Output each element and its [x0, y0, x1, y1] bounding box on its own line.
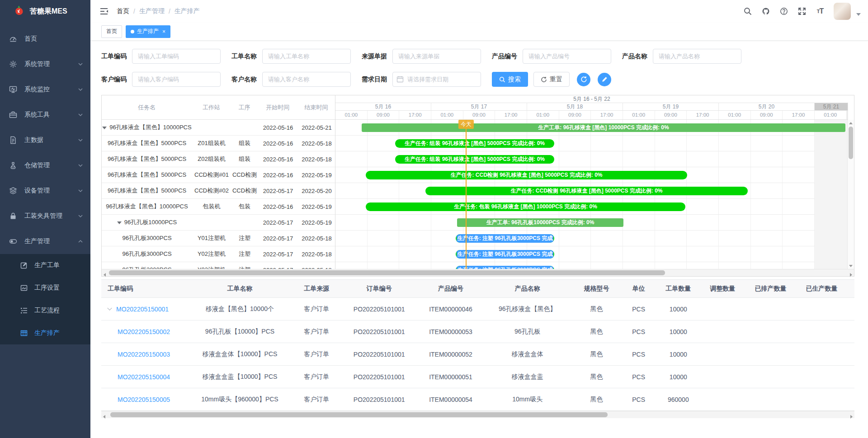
filter-field-来源单据: 来源单据 — [362, 49, 481, 64]
table-hscroll-thumb[interactable] — [110, 412, 608, 417]
table-horizontal-scrollbar[interactable] — [101, 411, 854, 418]
avatar[interactable] — [834, 3, 851, 20]
gantt-order-bar[interactable]: 生产工单: 96孔孔板10000PCS 完成比例: 0% — [457, 218, 623, 227]
sidebar-item-工装夹具管理[interactable]: 工装夹具管理 — [0, 203, 90, 229]
breadcrumb-home[interactable]: 首页 — [117, 7, 129, 15]
sidebar-item-主数据[interactable]: 主数据 — [0, 127, 90, 153]
column-header-单位: 单位 — [621, 280, 656, 298]
tab-home[interactable]: 首页 — [101, 25, 122, 38]
sidebar-item-仓储管理[interactable]: 仓储管理 — [0, 153, 90, 178]
sidebar-item-系统监控[interactable]: 系统监控 — [0, 77, 90, 102]
tab-production-schedule[interactable]: 生产排产 × — [126, 25, 170, 38]
collapse-triangle-icon[interactable] — [117, 221, 122, 224]
gantt-hscroll-thumb[interactable] — [109, 270, 665, 275]
filter-label: 需求日期 — [362, 75, 387, 84]
search-icon[interactable] — [743, 7, 752, 16]
table-cell: ITEM00000051 — [419, 366, 482, 388]
work-order-link[interactable]: MO202205150003 — [118, 351, 170, 358]
sidebar-item-首页[interactable]: 首页 — [0, 26, 90, 52]
sidebar-item-设备管理[interactable]: 设备管理 — [0, 178, 90, 203]
work-order-link[interactable]: MO202205150004 — [118, 373, 170, 381]
gantt-task-bar[interactable]: 生产任务: 组装 96孔移液盒 [黑色] 5000PCS 完成比例: 0% — [395, 139, 554, 148]
sidebar-subitem-生产工单[interactable]: 生产工单 — [0, 254, 90, 277]
work-order-code-cell: MO202205150001 — [101, 298, 186, 320]
caret-down-icon[interactable] — [856, 13, 861, 16]
column-header-已生产数量: 已生产数量 — [796, 280, 847, 298]
close-tab-icon[interactable]: × — [162, 29, 165, 34]
scroll-right-icon[interactable] — [850, 271, 852, 278]
scroll-left-icon[interactable] — [103, 413, 105, 420]
sidebar-item-系统管理[interactable]: 系统管理 — [0, 52, 90, 77]
image-icon — [20, 284, 28, 292]
gantt-task-bar[interactable]: 生产任务: CCD检测 96孔移液盒 [黑色] 5000PCS 完成比例: 0% — [366, 171, 687, 179]
table-cell: PCS — [621, 320, 656, 343]
scroll-left-icon[interactable] — [104, 271, 106, 278]
filter-label: 客户编码 — [101, 75, 127, 84]
gantt-vscroll-thumb[interactable] — [849, 127, 853, 159]
gantt-horizontal-scrollbar[interactable] — [102, 269, 854, 276]
filter-label: 客户名称 — [231, 75, 257, 84]
scroll-up-icon[interactable] — [848, 120, 854, 126]
filter-label: 来源单据 — [362, 52, 387, 61]
collapse-triangle-icon[interactable] — [102, 127, 107, 129]
table-cell: 黑色 — [572, 388, 621, 411]
task-name-cell: 96孔移液盒【黑色】10000PCS — [102, 203, 192, 211]
table-cell: C00003 — [847, 298, 854, 320]
timeline-hour: 01:00 — [335, 111, 368, 119]
fullscreen-icon[interactable] — [797, 7, 807, 16]
gear-icon — [9, 60, 17, 68]
filter-input-工单编码[interactable] — [132, 49, 221, 64]
scroll-down-icon[interactable] — [848, 263, 854, 269]
work-order-link[interactable]: MO202205150001 — [116, 306, 169, 313]
task-name-cell: 96孔孔板10000PCS — [102, 218, 192, 226]
row-expand-icon[interactable] — [107, 306, 112, 310]
gantt-order-bar[interactable]: 生产工单: 96孔移液盒 [黑色] 10000PCS 完成比例: 0% — [362, 123, 845, 132]
gantt-task-bar[interactable]: 生产任务: 组装 96孔移液盒 [黑色] 5000PCS 完成比例: 0% — [395, 155, 554, 164]
demand-date-input[interactable] — [392, 72, 481, 87]
gantt-vertical-scrollbar[interactable] — [847, 120, 854, 269]
gantt-task-bar[interactable]: 生产任务: 注塑 96孔孔板3000PCS 完成 — [456, 266, 554, 269]
table-cell — [796, 343, 847, 366]
sidebar-subitem-工艺流程[interactable]: 工艺流程 — [0, 299, 90, 322]
edit-icon — [20, 261, 28, 269]
sidebar-item-生产管理[interactable]: 生产管理 — [0, 229, 90, 254]
filter-label: 工单名称 — [231, 52, 257, 61]
scroll-right-icon[interactable] — [850, 413, 853, 420]
table-cell: ITEM00000054 — [419, 388, 482, 411]
breadcrumb-production[interactable]: 生产管理 — [139, 7, 165, 15]
table-cell: PCS — [621, 366, 656, 388]
table-cell — [796, 366, 847, 388]
gantt-task-bar[interactable]: 生产任务: CCD检测 96孔移液盒 [黑色] 5000PCS 完成比例: 0% — [425, 187, 748, 195]
gantt-task-bar[interactable]: 生产任务: 注塑 96孔孔板3000PCS 完成 — [456, 250, 554, 259]
timeline-hour: 17:00 — [687, 111, 719, 119]
gantt-task-bar[interactable]: 生产任务: 注塑 96孔孔板3000PCS 完成 — [456, 234, 554, 243]
filter-field-需求日期: 需求日期 — [362, 72, 481, 87]
selected-bar-text: 生产任务: 注塑 96孔孔板3000PCS 完成 — [457, 266, 554, 269]
table-cell: 移液盒【黑色】10000个 — [186, 298, 294, 320]
table-cell — [796, 320, 847, 343]
github-icon[interactable] — [761, 7, 770, 16]
edit-schedule-button[interactable] — [598, 73, 611, 86]
table-cell — [745, 320, 796, 343]
filter-input-产品编号[interactable] — [523, 49, 611, 64]
sidebar-toggle-icon[interactable] — [99, 7, 108, 16]
sidebar-subitem-生产排产[interactable]: 生产排产 — [0, 322, 90, 344]
monitor-icon — [9, 85, 17, 94]
filter-input-客户名称[interactable] — [262, 72, 351, 87]
task-cell: 2022-05-19 — [298, 172, 335, 179]
font-size-icon[interactable]: TT — [816, 7, 825, 16]
search-button[interactable]: 搜索 — [492, 72, 528, 87]
filter-input-产品名称[interactable] — [653, 49, 741, 64]
help-icon[interactable] — [779, 7, 788, 16]
gantt-task-bar[interactable]: 生产任务: 包装 96孔移液盒 [黑色] 10000PCS 完成比例: 0% — [366, 203, 685, 211]
work-order-link[interactable]: MO202205150005 — [118, 396, 170, 403]
sidebar-item-系统工具[interactable]: 系统工具 — [0, 102, 90, 127]
filter-input-客户编码[interactable] — [132, 72, 221, 87]
selected-bar-text: 生产任务: 注塑 96孔孔板3000PCS 完成 — [457, 250, 554, 259]
filter-input-来源单据[interactable] — [392, 49, 481, 64]
sidebar-subitem-工序设置[interactable]: 工序设置 — [0, 277, 90, 299]
filter-input-工单名称[interactable] — [262, 49, 351, 64]
work-order-link[interactable]: MO202205150002 — [118, 328, 170, 335]
sync-schedule-button[interactable] — [577, 73, 590, 86]
reset-button[interactable]: 重置 — [533, 72, 570, 87]
